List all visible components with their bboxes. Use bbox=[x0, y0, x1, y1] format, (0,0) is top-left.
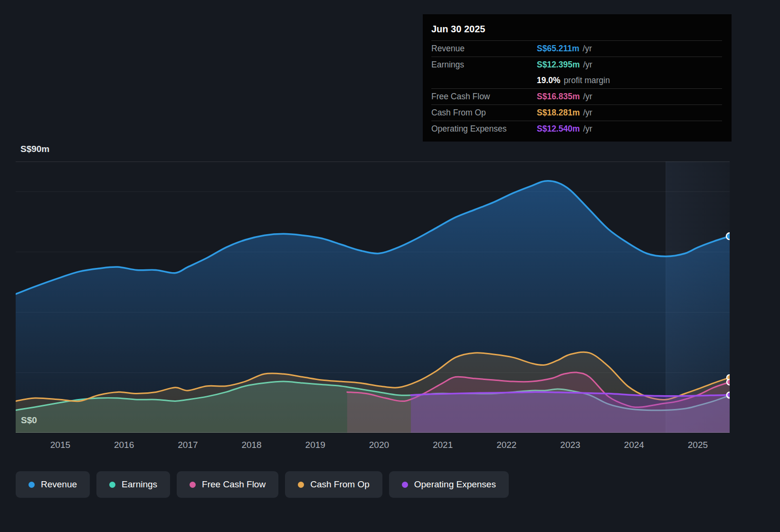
legend-label: Cash From Op bbox=[310, 479, 370, 490]
tooltip-row-label: Operating Expenses bbox=[431, 124, 537, 134]
tooltip-date: Jun 30 2025 bbox=[431, 19, 722, 40]
tooltip-row-suffix: /yr bbox=[583, 92, 592, 102]
chart-page: Jun 30 2025 Revenue S$65.211m /yr Earnin… bbox=[0, 0, 780, 532]
legend-label: Operating Expenses bbox=[414, 479, 496, 490]
tooltip-row-operating-expenses: Operating Expenses S$12.540m /yr bbox=[431, 121, 722, 137]
y-axis-max-label: S$90m bbox=[20, 144, 49, 154]
x-tick-label-2017: 2017 bbox=[171, 440, 204, 450]
tooltip-row-earnings: Earnings S$12.395m /yr bbox=[431, 57, 722, 73]
tooltip-row-cash-from-op: Cash From Op S$18.281m /yr bbox=[431, 104, 722, 121]
legend-dot-operating-expenses-icon bbox=[402, 482, 408, 488]
x-tick-label-2016: 2016 bbox=[107, 440, 141, 450]
tooltip-row-value: S$12.395m bbox=[537, 60, 580, 70]
tooltip-row-label: Free Cash Flow bbox=[431, 92, 537, 102]
chart-canvas bbox=[16, 162, 730, 433]
x-tick-label-2019: 2019 bbox=[299, 440, 332, 450]
legend-item-free-cash-flow[interactable]: Free Cash Flow bbox=[177, 471, 278, 498]
tooltip-row-suffix: profit margin bbox=[564, 76, 610, 86]
data-tooltip: Jun 30 2025 Revenue S$65.211m /yr Earnin… bbox=[423, 14, 732, 142]
x-tick-label-2018: 2018 bbox=[235, 440, 268, 450]
tooltip-row-value: S$12.540m bbox=[537, 124, 580, 134]
legend-dot-free-cash-flow-icon bbox=[190, 482, 196, 488]
series-endpoint-revenue bbox=[726, 233, 730, 239]
tooltip-row-free-cash-flow: Free Cash Flow S$16.835m /yr bbox=[431, 88, 722, 104]
legend-label: Free Cash Flow bbox=[202, 479, 266, 490]
x-axis: 2015201620172018201920202021202220232024… bbox=[16, 440, 730, 453]
x-tick-label-2022: 2022 bbox=[490, 440, 523, 450]
tooltip-row-revenue: Revenue S$65.211m /yr bbox=[431, 40, 722, 57]
legend-label: Revenue bbox=[41, 479, 77, 490]
tooltip-row-suffix: /yr bbox=[583, 44, 592, 54]
series-endpoint-operating-expenses bbox=[727, 392, 730, 398]
tooltip-row-suffix: /yr bbox=[583, 60, 592, 70]
x-tick-label-2020: 2020 bbox=[362, 440, 396, 450]
series-area-operating-expenses bbox=[411, 392, 730, 433]
tooltip-row-value: S$18.281m bbox=[537, 108, 580, 118]
x-tick-label-2024: 2024 bbox=[618, 440, 651, 450]
legend-label: Earnings bbox=[122, 479, 157, 490]
legend: Revenue Earnings Free Cash Flow Cash Fro… bbox=[16, 471, 509, 498]
x-tick-label-2025: 2025 bbox=[681, 440, 714, 450]
tooltip-row-value: 19.0% bbox=[537, 76, 561, 86]
tooltip-row-value: S$65.211m bbox=[537, 44, 580, 54]
legend-item-cash-from-op[interactable]: Cash From Op bbox=[285, 471, 382, 498]
tooltip-row-label: Cash From Op bbox=[431, 108, 537, 118]
legend-item-revenue[interactable]: Revenue bbox=[16, 471, 90, 498]
x-tick-label-2021: 2021 bbox=[426, 440, 459, 450]
tooltip-row-suffix: /yr bbox=[583, 108, 592, 118]
chart-plot-area[interactable] bbox=[16, 162, 730, 433]
tooltip-row-profit-margin: 19.0% profit margin bbox=[431, 73, 722, 88]
tooltip-row-suffix: /yr bbox=[583, 124, 592, 134]
legend-dot-earnings-icon bbox=[109, 482, 115, 488]
legend-item-earnings[interactable]: Earnings bbox=[96, 471, 170, 498]
tooltip-row-label: Earnings bbox=[431, 60, 537, 70]
x-tick-label-2023: 2023 bbox=[554, 440, 587, 450]
x-tick-label-2015: 2015 bbox=[44, 440, 77, 450]
tooltip-row-label: Revenue bbox=[431, 44, 537, 54]
legend-dot-revenue-icon bbox=[29, 482, 35, 488]
tooltip-row-value: S$16.835m bbox=[537, 92, 580, 102]
series-endpoint-free-cash-flow bbox=[727, 379, 730, 385]
legend-item-operating-expenses[interactable]: Operating Expenses bbox=[389, 471, 509, 498]
legend-dot-cash-from-op-icon bbox=[298, 482, 304, 488]
